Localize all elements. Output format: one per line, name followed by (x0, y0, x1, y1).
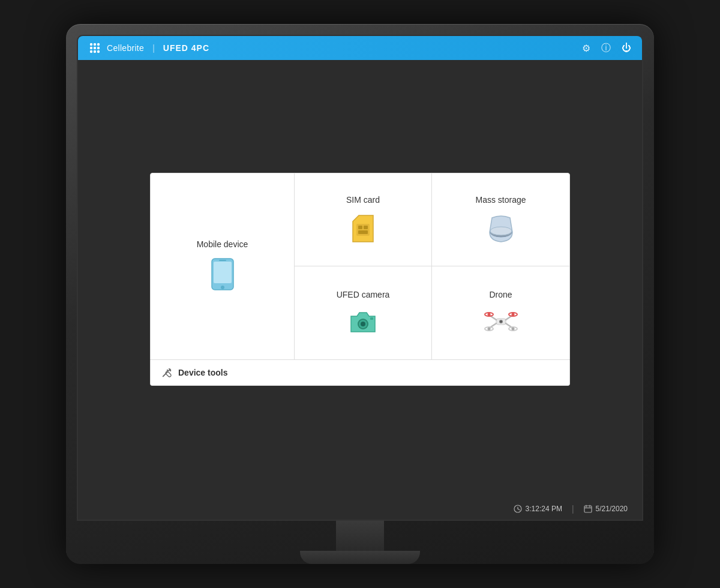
ufed-camera-icon (347, 308, 379, 335)
titlebar-left: Cellebrite | UFED 4PC (89, 42, 209, 54)
screen-bezel: Cellebrite | UFED 4PC ⚙ ⓘ ⏻ Mobile devic… (77, 35, 643, 521)
mobile-device-icon (208, 257, 237, 293)
monitor-stand-base (300, 551, 420, 564)
svg-point-7 (94, 50, 96, 53)
svg-rect-14 (358, 226, 362, 229)
sim-card-icon (350, 213, 376, 244)
monitor-stand-neck (336, 521, 384, 551)
svg-point-2 (97, 43, 100, 46)
svg-point-8 (97, 50, 100, 53)
svg-point-22 (361, 322, 365, 326)
power-icon[interactable]: ⏻ (622, 43, 631, 53)
statusbar-divider: | (572, 504, 574, 514)
appname-label: UFED 4PC (163, 43, 209, 53)
svg-rect-10 (214, 262, 232, 283)
clock-icon (514, 505, 522, 513)
settings-icon[interactable]: ⚙ (582, 43, 590, 54)
drone-card[interactable]: Drone (432, 266, 569, 359)
time-display: 3:12:24 PM (514, 505, 562, 513)
svg-rect-23 (370, 317, 373, 320)
svg-point-6 (90, 50, 92, 53)
drone-label: Drone (489, 290, 512, 299)
ufed-camera-card[interactable]: UFED camera (295, 266, 432, 359)
date-display: 5/21/2020 (584, 505, 628, 513)
drone-icon (484, 308, 518, 335)
info-icon[interactable]: ⓘ (601, 42, 611, 55)
svg-rect-42 (584, 506, 592, 512)
time-value: 3:12:24 PM (526, 505, 562, 513)
statusbar: 3:12:24 PM | 5/21/2020 (78, 498, 642, 520)
titlebar: Cellebrite | UFED 4PC ⚙ ⓘ ⏻ (78, 36, 642, 60)
calendar-icon (584, 505, 592, 513)
mobile-device-label: Mobile device (197, 239, 248, 249)
svg-rect-12 (219, 260, 226, 261)
brand-divider: | (152, 43, 155, 53)
cellebrite-logo-icon (89, 42, 101, 54)
device-tools-icon (161, 367, 172, 378)
svg-line-41 (518, 509, 520, 510)
svg-point-0 (90, 43, 92, 46)
device-tools-label: Device tools (178, 368, 228, 377)
mass-storage-icon (486, 213, 516, 244)
svg-point-4 (94, 47, 96, 49)
date-value: 5/21/2020 (596, 505, 628, 513)
svg-point-38 (500, 320, 502, 323)
svg-point-36 (511, 328, 514, 331)
svg-point-35 (487, 328, 490, 331)
monitor: Cellebrite | UFED 4PC ⚙ ⓘ ⏻ Mobile devic… (66, 24, 654, 564)
svg-point-11 (221, 286, 224, 289)
mass-storage-label: Mass storage (475, 195, 526, 205)
svg-rect-16 (358, 230, 368, 234)
svg-point-33 (487, 313, 490, 316)
sim-card-card[interactable]: SIM card (295, 173, 432, 266)
main-content: Mobile device SIM card (78, 60, 642, 498)
titlebar-right: ⚙ ⓘ ⏻ (582, 42, 631, 55)
svg-rect-15 (364, 226, 368, 229)
svg-point-34 (511, 313, 514, 316)
svg-point-5 (97, 47, 100, 49)
sim-card-label: SIM card (346, 195, 380, 205)
svg-point-1 (94, 43, 96, 46)
mass-storage-card[interactable]: Mass storage (432, 173, 569, 266)
card-grid: Mobile device SIM card (150, 173, 570, 360)
mobile-device-card[interactable]: Mobile device (151, 173, 295, 359)
svg-point-3 (90, 47, 92, 49)
device-tools-row[interactable]: Device tools (150, 360, 570, 386)
screen: Cellebrite | UFED 4PC ⚙ ⓘ ⏻ Mobile devic… (78, 36, 642, 520)
ufed-camera-label: UFED camera (337, 290, 390, 299)
svg-point-19 (490, 227, 512, 235)
brand-label: Cellebrite (107, 43, 144, 53)
